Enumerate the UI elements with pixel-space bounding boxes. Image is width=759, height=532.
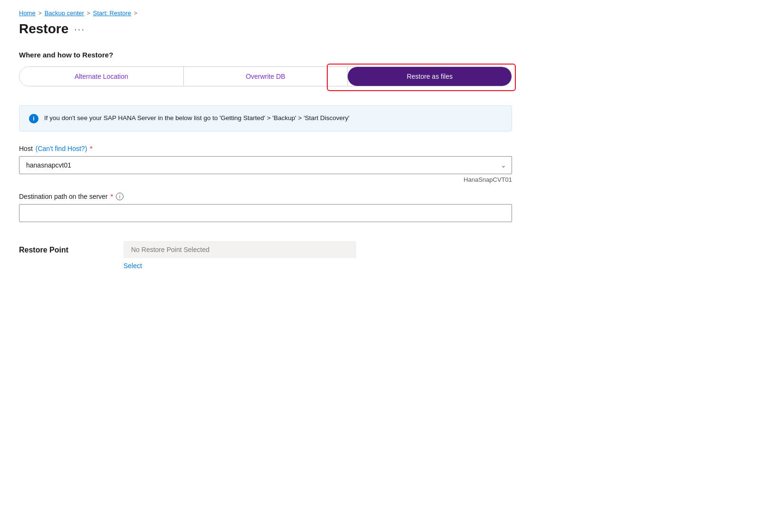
host-label-text: Host: [19, 145, 33, 152]
breadcrumb-backup-center[interactable]: Backup center: [45, 9, 84, 17]
tab-restore-as-files[interactable]: Restore as files: [348, 67, 512, 86]
breadcrumb-sep-3: >: [134, 10, 137, 17]
host-select[interactable]: hanasnapcvt01: [19, 156, 512, 174]
tab-alternate-location[interactable]: Alternate Location: [19, 67, 184, 86]
breadcrumb-start-restore[interactable]: Start: Restore: [93, 9, 131, 17]
restore-section-heading: Where and how to Restore?: [19, 51, 512, 59]
page-title-row: Restore ···: [19, 21, 740, 37]
tab-overwrite-db[interactable]: Overwrite DB: [184, 67, 348, 86]
breadcrumb: Home > Backup center > Start: Restore >: [19, 9, 740, 17]
info-icon: i: [29, 114, 38, 123]
page-menu-button[interactable]: ···: [74, 24, 85, 35]
host-select-wrapper: hanasnapcvt01 ⌄: [19, 156, 512, 174]
restore-point-select-link[interactable]: Select: [123, 262, 356, 270]
page-title: Restore: [19, 21, 68, 37]
host-required-star: *: [90, 145, 92, 152]
restore-point-label: Restore Point: [19, 246, 104, 254]
page-container: Home > Backup center > Start: Restore > …: [0, 0, 759, 289]
restore-point-section: Restore Point No Restore Point Selected …: [19, 241, 740, 270]
restore-tabs: Alternate Location Overwrite DB Restore …: [19, 66, 512, 86]
destination-required-star: *: [111, 193, 113, 200]
destination-field-label: Destination path on the server * i: [19, 193, 512, 200]
info-banner-text: If you don't see your SAP HANA Server in…: [44, 113, 350, 123]
destination-info-icon: i: [116, 193, 123, 200]
destination-field-section: Destination path on the server * i: [19, 193, 512, 222]
breadcrumb-sep-1: >: [38, 10, 42, 17]
host-field-section: Host (Can't find Host?) * hanasnapcvt01 …: [19, 145, 512, 183]
restore-point-content: No Restore Point Selected Select: [123, 241, 356, 270]
host-field-label: Host (Can't find Host?) *: [19, 145, 512, 152]
destination-path-input[interactable]: [19, 204, 512, 222]
restore-section: Where and how to Restore? Alternate Loca…: [19, 51, 512, 96]
cant-find-host-link[interactable]: (Can't find Host?): [36, 145, 87, 152]
info-banner: i If you don't see your SAP HANA Server …: [19, 105, 512, 131]
destination-label-text: Destination path on the server: [19, 193, 108, 200]
breadcrumb-sep-2: >: [87, 10, 90, 17]
host-subtitle: HanaSnapCVT01: [19, 176, 512, 183]
restore-point-placeholder: No Restore Point Selected: [123, 241, 356, 258]
breadcrumb-home[interactable]: Home: [19, 9, 36, 17]
restore-tabs-wrapper: Alternate Location Overwrite DB Restore …: [19, 66, 512, 86]
